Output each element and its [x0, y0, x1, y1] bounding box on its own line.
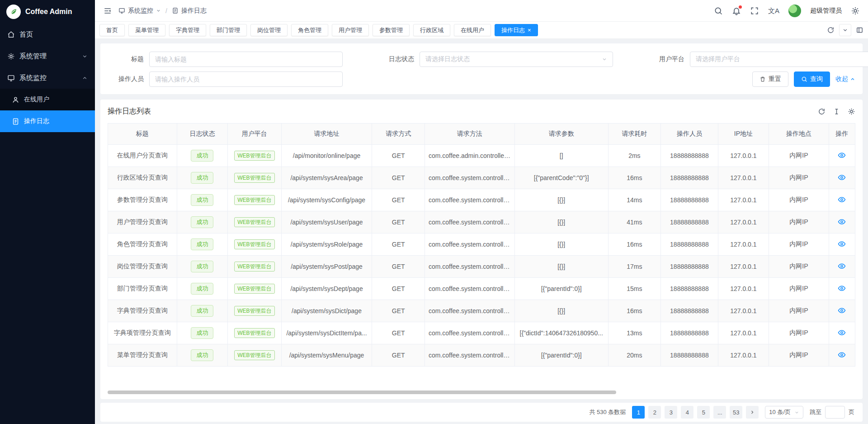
cell-platform: WEB管理后台	[228, 211, 282, 233]
cell-request-url: /api/system/sysMenu/page	[281, 344, 372, 367]
page-tab[interactable]: 菜单管理	[128, 24, 165, 36]
settings-gear-icon[interactable]	[851, 6, 860, 15]
log-row: 用户管理分页查询 成功 WEB管理后台 /api/system/sysUser/…	[108, 211, 855, 233]
cell-handler: com.coffee.system.controlle...	[425, 189, 514, 211]
cell-duration: 13ms	[608, 322, 660, 344]
cell-location: 内网IP	[769, 211, 829, 233]
tab-label: 首页	[106, 26, 118, 34]
operation-log-table: 标题 日志状态 用户平台 请求地址 请求方式 请求方法 请求参数	[108, 123, 855, 367]
tab-close-icon[interactable]: ×	[528, 27, 531, 33]
page-number-button[interactable]: 53	[730, 406, 742, 419]
cell-params: []	[514, 145, 608, 167]
fullscreen-icon[interactable]	[750, 6, 759, 15]
cell-status: 成功	[177, 233, 227, 256]
search-icon[interactable]	[714, 6, 723, 15]
status-badge: 成功	[191, 150, 213, 162]
app-logo[interactable]: Coffee Admin	[0, 0, 95, 24]
page-number-button[interactable]: 2	[648, 406, 661, 419]
sidebar-item-system-mgmt[interactable]: 系统管理	[0, 45, 95, 67]
page-number-button[interactable]: 5	[697, 406, 710, 419]
operator-input[interactable]	[149, 71, 343, 87]
breadcrumb-item-monitor[interactable]: 系统监控	[128, 7, 153, 15]
cell-operator: 18888888888	[661, 300, 718, 322]
page-number-button[interactable]: ...	[713, 406, 726, 419]
view-detail-eye-icon[interactable]	[838, 351, 846, 359]
platform-select[interactable]: 请选择用户平台	[690, 52, 868, 67]
notification-bell-icon[interactable]	[732, 6, 741, 15]
tab-options-chevron-icon[interactable]	[839, 24, 851, 36]
query-button[interactable]: 查询	[794, 71, 830, 87]
refresh-icon[interactable]	[827, 26, 835, 34]
breadcrumb-item-log[interactable]: 操作日志	[181, 7, 207, 15]
title-label: 标题	[108, 55, 144, 63]
sidebar-item-system-monitor[interactable]: 系统监控	[0, 67, 95, 89]
layout-icon[interactable]	[856, 26, 863, 34]
menu-fold-icon[interactable]	[103, 6, 112, 15]
jump-page-input[interactable]	[825, 406, 845, 419]
user-name[interactable]: 超级管理员	[810, 7, 842, 15]
tab-label: 角色管理	[298, 26, 321, 34]
view-detail-eye-icon[interactable]	[838, 151, 846, 159]
page-number-button[interactable]: 1	[632, 406, 645, 419]
cell-actions	[829, 233, 855, 256]
cell-ip: 127.0.0.1	[718, 211, 769, 233]
page-tab[interactable]: 角色管理	[291, 24, 328, 36]
sidebar: Coffee Admin 首页 系统管理	[0, 0, 95, 424]
page-number-button[interactable]: 3	[665, 406, 677, 419]
page-tab[interactable]: 部门管理	[210, 24, 247, 36]
status-badge: 成功	[191, 261, 213, 272]
chevron-up-icon	[82, 75, 88, 81]
cell-request-url: /api/system/sysPost/page	[281, 256, 372, 278]
page-tab[interactable]: 用户管理	[332, 24, 369, 36]
cell-handler: com.coffee.admin.controller...	[425, 145, 514, 167]
sidebar-item-online-users[interactable]: 在线用户	[0, 89, 95, 110]
view-detail-eye-icon[interactable]	[838, 195, 846, 204]
page-tab[interactable]: 首页	[99, 24, 125, 36]
page-tab[interactable]: 行政区域	[413, 24, 450, 36]
view-detail-eye-icon[interactable]	[838, 218, 846, 226]
platform-badge: WEB管理后台	[234, 350, 274, 360]
page-size-select[interactable]: 10 条/页	[765, 406, 803, 419]
column-settings-gear-icon[interactable]	[848, 108, 855, 115]
avatar[interactable]	[788, 5, 801, 17]
cell-actions	[829, 145, 855, 167]
page-tab[interactable]: 在线用户	[454, 24, 491, 36]
log-row: 字典管理分页查询 成功 WEB管理后台 /api/system/sysDict/…	[108, 300, 855, 322]
status-badge: 成功	[191, 194, 213, 206]
translate-icon[interactable]: 文A	[768, 6, 779, 15]
cell-location: 内网IP	[769, 278, 829, 300]
row-height-icon[interactable]	[833, 108, 840, 115]
sidebar-item-home[interactable]: 首页	[0, 24, 95, 45]
view-detail-eye-icon[interactable]	[838, 284, 846, 292]
view-detail-eye-icon[interactable]	[838, 262, 846, 270]
scrollbar-thumb[interactable]	[108, 391, 616, 394]
page-tab[interactable]: 操作日志 ×	[495, 24, 538, 36]
page-tab[interactable]: 字典管理	[169, 24, 206, 36]
chevron-right-icon	[750, 410, 755, 415]
tab-label: 部门管理	[217, 26, 240, 34]
page-number-button[interactable]: 4	[681, 406, 693, 419]
cell-handler: com.coffee.system.controlle...	[425, 300, 514, 322]
page-tab[interactable]: 参数管理	[373, 24, 410, 36]
cell-platform: WEB管理后台	[228, 189, 282, 211]
log-row: 参数管理分页查询 成功 WEB管理后台 /api/system/sysConfi…	[108, 189, 855, 211]
table-tools	[818, 108, 855, 115]
next-page-button[interactable]	[746, 406, 759, 419]
cell-request-method: GET	[372, 189, 425, 211]
collapse-filters-link[interactable]: 收起	[835, 75, 855, 83]
view-detail-eye-icon[interactable]	[838, 240, 846, 248]
cell-request-url: /api/system/sysRole/page	[281, 233, 372, 256]
cell-platform: WEB管理后台	[228, 344, 282, 367]
reset-button[interactable]: 重置	[752, 71, 788, 87]
cell-duration: 15ms	[608, 278, 660, 300]
view-detail-eye-icon[interactable]	[838, 329, 846, 337]
sidebar-item-operation-log[interactable]: 操作日志	[0, 110, 95, 132]
refresh-icon[interactable]	[818, 108, 826, 115]
view-detail-eye-icon[interactable]	[838, 173, 846, 181]
column-header: 请求方式	[372, 124, 425, 145]
view-detail-eye-icon[interactable]	[838, 306, 846, 314]
page-tab[interactable]: 岗位管理	[250, 24, 288, 36]
title-input[interactable]	[149, 52, 343, 67]
cell-location: 内网IP	[769, 167, 829, 189]
log-status-select[interactable]: 请选择日志状态	[420, 52, 613, 67]
